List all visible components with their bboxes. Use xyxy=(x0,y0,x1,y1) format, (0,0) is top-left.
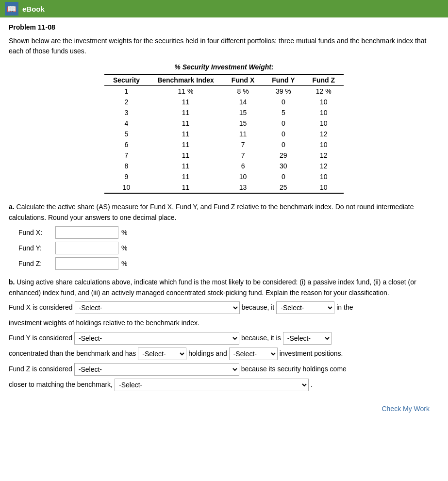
table-cell: 10 xyxy=(104,182,149,193)
table-row: 1011132510 xyxy=(104,182,344,193)
table-cell: 0 xyxy=(263,129,303,139)
table-row: 41115010 xyxy=(104,118,344,129)
fund-z-select2[interactable]: -Select- closely moderately loosely xyxy=(115,379,309,391)
table-cell: 11 xyxy=(149,182,223,193)
fund-z-sentence-row1: Fund Z is considered -Select- a passive … xyxy=(9,363,439,376)
header-label: eBook xyxy=(22,5,45,13)
fund-x-sentence-row2: investment weights of holdings relative … xyxy=(9,317,439,329)
header-bar: 📖 eBook xyxy=(0,0,448,17)
table-cell: 13 xyxy=(223,182,263,193)
table-cell: 11 xyxy=(149,150,223,161)
fund-y-select2[interactable]: -Select- more less xyxy=(283,332,332,345)
fund-x-select1[interactable]: -Select- a passive index fund a closet i… xyxy=(75,301,240,314)
table-cell: 0 xyxy=(263,97,303,107)
table-cell: 30 xyxy=(263,161,303,171)
table-cell: 11 xyxy=(149,139,223,150)
table-cell: 12 xyxy=(303,129,344,139)
part-a-label: a. xyxy=(9,203,15,211)
fund-z-period: . xyxy=(311,379,313,391)
table-cell: 25 xyxy=(263,182,303,193)
table-cell: 7 xyxy=(104,150,149,161)
fund-z-sentence-row2: closer to matching the benchmark, -Selec… xyxy=(9,379,439,391)
table-cell: 12 xyxy=(303,150,344,161)
table-cell: 5 xyxy=(104,129,149,139)
table-cell: 0 xyxy=(263,118,303,129)
footer-area: Check My Work xyxy=(9,398,439,422)
part-a-block: a. Calculate the active share (AS) measu… xyxy=(9,201,439,270)
fund-y-sentence-row2: concentrated than the benchmark and has … xyxy=(9,348,439,360)
table-cell: 6 xyxy=(223,161,263,171)
table-cell: 10 xyxy=(303,171,344,182)
table-cell: 39 % xyxy=(263,86,303,97)
fund-z-select1[interactable]: -Select- a passive index fund a closet i… xyxy=(74,363,239,376)
fund-y-s1: Fund Y is considered xyxy=(9,332,72,344)
part-a-text: Calculate the active share (AS) measure … xyxy=(9,203,414,221)
col-security: Security xyxy=(104,74,149,86)
fund-x-label: Fund X: xyxy=(18,227,52,238)
check-my-work-link[interactable]: Check My Work xyxy=(382,405,430,413)
table-row: 6117010 xyxy=(104,139,344,150)
table-cell: 29 xyxy=(263,150,303,161)
table-cell: 2 xyxy=(104,97,149,107)
col-benchmark: Benchmark Index xyxy=(149,74,223,86)
fund-x-pct: % xyxy=(121,227,127,238)
table-cell: 9 xyxy=(104,171,149,182)
table-cell: 10 xyxy=(303,118,344,129)
fund-y-select4[interactable]: -Select- larger smaller xyxy=(229,348,278,360)
table-cell: 15 xyxy=(223,118,263,129)
table-cell: 11 % xyxy=(149,86,223,97)
fund-z-row: Fund Z: % xyxy=(18,257,439,270)
fund-z-pct: % xyxy=(121,258,127,269)
table-cell: 7 xyxy=(223,150,263,161)
table-row: 91110010 xyxy=(104,171,344,182)
table-cell: 10 xyxy=(303,139,344,150)
fund-y-s4: holdings and xyxy=(188,348,227,360)
table-cell: 11 xyxy=(149,118,223,129)
main-content: Problem 11-08 Shown below are the invest… xyxy=(0,17,448,428)
fund-z-s2: because its security holdings come xyxy=(241,363,347,375)
fund-x-input[interactable] xyxy=(55,226,118,239)
fund-y-s3: concentrated than the benchmark and has xyxy=(9,348,136,360)
table-row: 51111012 xyxy=(104,129,344,139)
part-b-block: b. Using active share calculations above… xyxy=(9,277,439,391)
fund-y-select1[interactable]: -Select- a passive index fund a closet i… xyxy=(74,332,239,345)
table-section: % Security Investment Weight: Security B… xyxy=(9,63,439,194)
table-cell: 11 xyxy=(149,129,223,139)
table-cell: 11 xyxy=(149,171,223,182)
table-cell: 10 xyxy=(303,182,344,193)
table-cell: 11 xyxy=(149,161,223,171)
ebook-icon: 📖 xyxy=(5,2,18,16)
table-cell: 10 xyxy=(303,97,344,107)
table-title: % Security Investment Weight: xyxy=(174,63,273,71)
table-cell: 1 xyxy=(104,86,149,97)
investment-table: Security Benchmark Index Fund X Fund Y F… xyxy=(104,74,344,194)
fund-x-s3: in the xyxy=(336,301,353,314)
fund-y-s5: investment positions. xyxy=(280,348,343,360)
table-cell: 6 xyxy=(104,139,149,150)
fund-y-input[interactable] xyxy=(55,242,118,254)
fund-y-pct: % xyxy=(121,243,127,253)
fund-z-s3: closer to matching the benchmark, xyxy=(9,379,113,391)
fund-y-sentence-row1: Fund Y is considered -Select- a passive … xyxy=(9,332,439,345)
table-cell: 8 xyxy=(104,161,149,171)
intro-text: Shown below are the investment weights f… xyxy=(9,36,439,56)
table-cell: 11 xyxy=(149,107,223,118)
table-row: 71172912 xyxy=(104,150,344,161)
problem-title: Problem 11-08 xyxy=(9,23,439,31)
fund-x-s4: investment weights of holdings relative … xyxy=(9,317,199,329)
table-cell: 15 xyxy=(223,107,263,118)
table-cell: 12 % xyxy=(303,86,344,97)
table-cell: 11 xyxy=(149,97,223,107)
fund-x-select2[interactable]: -Select- closely mirrors significantly d… xyxy=(276,301,334,314)
table-cell: 0 xyxy=(263,139,303,150)
table-cell: 8 % xyxy=(223,86,263,97)
fund-z-input[interactable] xyxy=(55,257,118,270)
table-cell: 0 xyxy=(263,171,303,182)
table-cell: 12 xyxy=(303,161,344,171)
table-cell: 7 xyxy=(223,139,263,150)
part-b-label: b. xyxy=(9,278,15,286)
fund-y-select3[interactable]: -Select- fewer more xyxy=(138,348,186,360)
col-fund-x: Fund X xyxy=(223,74,263,86)
table-cell: 4 xyxy=(104,118,149,129)
fund-y-row: Fund Y: % xyxy=(18,242,439,254)
